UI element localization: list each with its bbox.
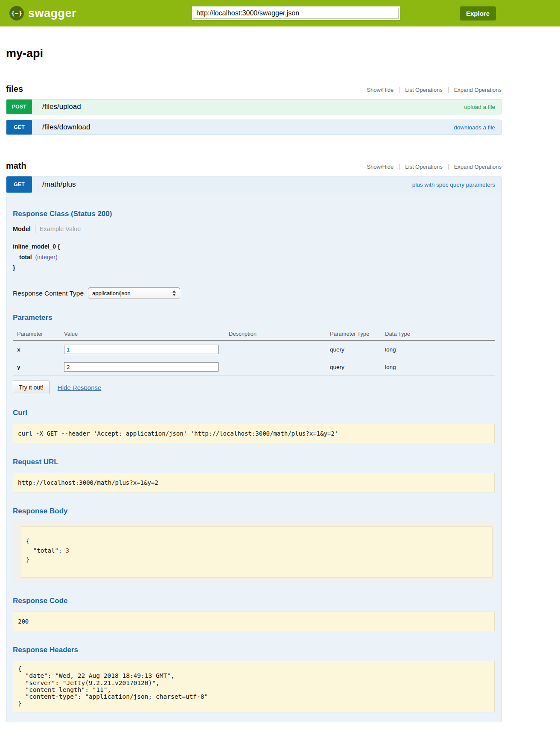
response-body-container: { "total": 3 } <box>13 522 495 582</box>
resource-name-files: files <box>6 84 23 94</box>
parameter-description <box>229 340 330 358</box>
brand-title: swagger <box>28 7 76 20</box>
parameter-type: query <box>330 340 385 358</box>
spec-url-input[interactable] <box>193 8 399 19</box>
math-show-hide-link[interactable]: Show/Hide <box>361 164 399 170</box>
parameter-x-value-input[interactable] <box>64 345 219 354</box>
column-header-data-type: Data Type <box>385 327 495 340</box>
response-code-heading: Response Code <box>13 597 495 605</box>
select-updown-arrows-icon <box>172 290 176 296</box>
operation-panel-get-math-plus: GET /math/plus plus with spec query para… <box>6 176 502 722</box>
top-header-bar: {⋯} swagger Explore <box>0 0 560 26</box>
parameter-description <box>229 358 330 376</box>
files-list-operations-link[interactable]: List Operations <box>400 87 448 93</box>
resource-header-files: files Show/Hide List Operations Expand O… <box>6 84 502 94</box>
operation-path-link[interactable]: /files/download <box>42 123 90 132</box>
response-content-type-select[interactable]: application/json <box>88 287 180 299</box>
spec-url-field-wrapper <box>191 6 400 20</box>
swagger-braces-icon: {⋯} <box>9 6 24 20</box>
operation-summary: upload a file <box>464 104 495 110</box>
parameter-row-y: y query long <box>13 358 495 376</box>
parameter-type: query <box>330 358 385 376</box>
response-body-json: { "total": 3 } <box>21 526 493 578</box>
response-body-heading: Response Body <box>13 507 495 515</box>
operation-row-post-files-upload[interactable]: POST /files/upload upload a file <box>6 99 502 114</box>
column-header-parameter-type: Parameter Type <box>330 327 385 340</box>
operation-summary: downloads a file <box>454 124 495 131</box>
try-it-out-button[interactable]: Try it out! <box>13 381 50 394</box>
curl-command-block: curl -X GET --header 'Accept: applicatio… <box>13 424 495 443</box>
api-title: my-api <box>6 47 502 60</box>
response-content-type-label: Response Content Type <box>13 290 84 297</box>
operation-path-link[interactable]: /math/plus <box>42 180 76 189</box>
tab-example-value[interactable]: Example Value <box>40 226 81 232</box>
model-property-name: total <box>19 254 32 261</box>
parameters-table: Parameter Value Description Parameter Ty… <box>13 327 495 376</box>
model-signature: inline_model_0 { total (integer) } <box>13 243 495 271</box>
model-close-brace: } <box>13 264 495 271</box>
model-name: inline_model_0 { <box>13 243 495 250</box>
swagger-logo[interactable]: {⋯} swagger <box>9 6 76 20</box>
resource-name-math: math <box>6 161 26 171</box>
json-number-value: 3 <box>66 547 69 554</box>
request-url-block: http://localhost:3000/math/plus?x=1&y=2 <box>13 473 495 492</box>
explore-button[interactable]: Explore <box>460 6 496 20</box>
operation-row-get-math-plus[interactable]: GET /math/plus plus with spec query para… <box>6 176 501 193</box>
hide-response-link[interactable]: Hide Response <box>58 384 102 391</box>
response-class-heading: Response Class (Status 200) <box>13 210 495 218</box>
parameter-name: x <box>13 340 64 358</box>
operation-summary: plus with spec query parameters <box>412 182 495 188</box>
math-expand-operations-link[interactable]: Expand Operations <box>449 164 502 170</box>
post-method-badge: POST <box>6 100 32 114</box>
section-divider <box>6 153 502 153</box>
column-header-description: Description <box>229 327 330 340</box>
parameter-data-type: long <box>385 358 495 376</box>
parameters-heading: Parameters <box>13 313 495 322</box>
column-header-parameter: Parameter <box>13 327 64 340</box>
column-header-value: Value <box>64 327 229 340</box>
separator <box>35 225 35 233</box>
response-content-type-value: application/json <box>92 290 131 296</box>
parameter-row-x: x query long <box>13 340 495 358</box>
tab-model[interactable]: Model <box>13 226 31 232</box>
get-method-badge: GET <box>6 176 32 193</box>
parameter-name: y <box>13 358 64 376</box>
operation-path-link[interactable]: /files/upload <box>42 102 81 111</box>
resource-header-math: math Show/Hide List Operations Expand Op… <box>6 161 502 171</box>
get-method-badge: GET <box>6 120 32 135</box>
request-url-heading: Request URL <box>13 458 495 466</box>
response-headers-block: { "date": "Wed, 22 Aug 2018 18:49:13 GMT… <box>13 661 495 712</box>
response-headers-heading: Response Headers <box>13 646 495 654</box>
files-show-hide-link[interactable]: Show/Hide <box>361 87 399 93</box>
files-expand-operations-link[interactable]: Expand Operations <box>449 87 502 93</box>
math-list-operations-link[interactable]: List Operations <box>400 164 448 170</box>
operation-row-get-files-download[interactable]: GET /files/download downloads a file <box>6 120 502 135</box>
parameter-y-value-input[interactable] <box>64 362 219 372</box>
response-code-block: 200 <box>13 612 495 631</box>
curl-heading: Curl <box>13 409 495 417</box>
model-property-type: (integer) <box>35 254 57 261</box>
model-signature-tabs: Model Example Value <box>13 225 495 233</box>
parameter-data-type: long <box>385 340 495 358</box>
